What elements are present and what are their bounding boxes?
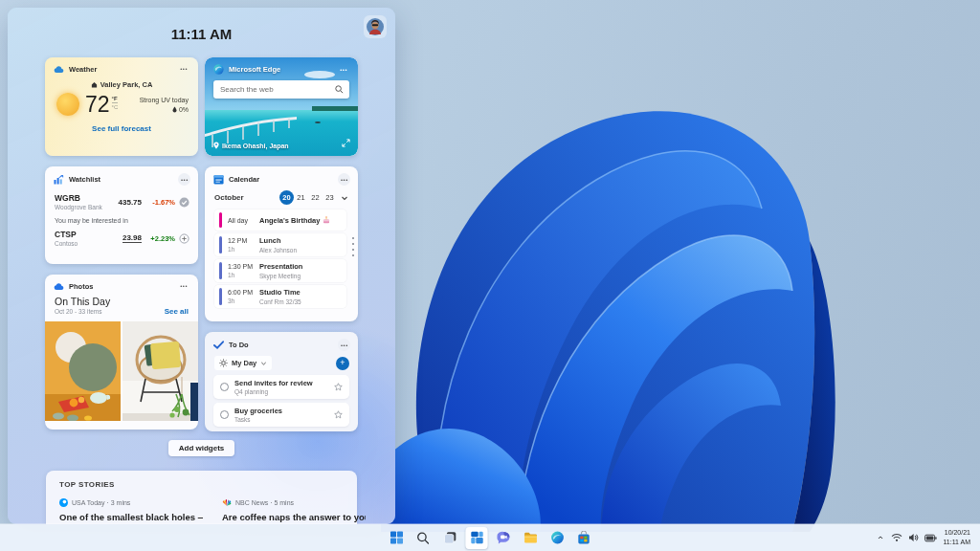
calendar-date[interactable]: 23: [323, 190, 337, 205]
edge-photo-caption: Ikema Ohashi, Japan: [213, 142, 289, 149]
unit-toggle[interactable]: °F °C: [112, 96, 119, 110]
nbc-news-icon: [222, 498, 232, 507]
edge-logo-icon: [213, 64, 224, 75]
star-task-button[interactable]: [334, 380, 343, 394]
added-check-icon[interactable]: [179, 197, 189, 208]
search-icon: [417, 532, 430, 544]
widget-menu-button[interactable]: •••: [338, 173, 350, 186]
photo-still-life[interactable]: [45, 321, 121, 421]
see-full-forecast-link[interactable]: See full forecast: [45, 124, 198, 133]
start-button[interactable]: [386, 527, 408, 549]
temperature-value: 72: [85, 94, 110, 116]
stock-price: 23.98: [122, 233, 142, 243]
story-source: NBC News · 5 mins: [235, 499, 294, 506]
event-color-bar: [219, 236, 222, 253]
panel-clock: 11:11 AM: [8, 8, 395, 42]
wifi-icon[interactable]: [891, 533, 902, 542]
edge-search-box[interactable]: [213, 80, 349, 99]
widget-menu-button[interactable]: •••: [178, 173, 190, 186]
tray-clock[interactable]: 10/20/21 11:11 AM: [943, 528, 974, 548]
task-checkbox[interactable]: [220, 383, 229, 391]
calendar-event[interactable]: 12 PM 1h Lunch Alex Johnson: [214, 233, 346, 256]
widget-menu-button[interactable]: •••: [338, 339, 350, 351]
weather-cloud-icon: [54, 65, 64, 74]
event-color-bar: [219, 288, 222, 305]
folder-icon: [523, 532, 537, 543]
edge-button[interactable]: [546, 527, 568, 549]
stock-row[interactable]: CTSP Contoso 23.98 +2.23%: [45, 226, 198, 249]
calendar-widget[interactable]: Calendar ••• October 20 21 22 23: [205, 166, 358, 321]
panel-header: 11:11 AM: [8, 8, 395, 54]
add-stock-icon[interactable]: [179, 233, 189, 244]
photos-widget[interactable]: Photos ••• On This Day Oct 20 - 33 items…: [45, 275, 198, 430]
story-source: USA Today · 3 mins: [72, 499, 130, 506]
calendar-date[interactable]: 22: [308, 190, 323, 205]
expand-photo-button[interactable]: [342, 136, 350, 150]
file-explorer-button[interactable]: [520, 527, 542, 549]
photos-icon: [54, 282, 64, 291]
system-tray: 10/20/21 11:11 AM: [876, 524, 974, 551]
widget-menu-button[interactable]: •••: [177, 64, 190, 74]
news-story[interactable]: NBC News · 5 mins Are coffee naps the an…: [222, 498, 366, 522]
stock-change: -1.67%: [145, 198, 175, 207]
tray-date: 10/20/21: [943, 528, 970, 539]
expand-icon: [342, 139, 350, 147]
task-list: Send invites for review Q4 planning Bu: [205, 372, 358, 427]
see-all-link[interactable]: See all: [165, 307, 189, 316]
photo-chair[interactable]: [122, 321, 198, 421]
add-widgets-button[interactable]: Add widgets: [168, 440, 235, 456]
top-stories-card: TOP STORIES USA Today · 3 mins One of th…: [46, 471, 357, 524]
edge-widget[interactable]: Microsoft Edge ••• Ikema Ohashi, Japa: [205, 57, 358, 156]
location-pin-icon: [213, 142, 219, 149]
store-icon: [578, 531, 590, 544]
calendar-event[interactable]: 6:00 PM 3h Studio Time Conf Rm 32/35: [214, 285, 346, 308]
droplet-icon: [172, 106, 177, 113]
tray-chevron-up-icon[interactable]: [876, 533, 885, 542]
widget-title: To Do: [229, 341, 333, 349]
task-checkbox[interactable]: [220, 410, 229, 419]
weather-location: Valley Park, CA: [45, 80, 198, 89]
task-row[interactable]: Send invites for review Q4 planning: [213, 375, 349, 399]
photo-strip: [45, 321, 198, 421]
widgets-icon: [470, 531, 483, 544]
widget-title: Microsoft Edge: [229, 65, 332, 74]
calendar-event[interactable]: All day Angela's Birthday: [214, 209, 346, 231]
stock-row[interactable]: WGRB Woodgrove Bank 435.75 -1.67%: [45, 189, 198, 212]
task-row[interactable]: Buy groceries Tasks: [213, 403, 349, 427]
edge-logo-icon: [550, 531, 564, 544]
watchlist-widget[interactable]: Watchlist ••• WGRB Woodgrove Bank 435.75…: [45, 166, 198, 264]
my-day-selector[interactable]: My Day: [214, 356, 272, 370]
star-icon: [334, 410, 343, 419]
todo-widget[interactable]: To Do ••• My Day +: [205, 332, 358, 431]
calendar-scrollbar[interactable]: [352, 237, 354, 256]
photos-meta: Oct 20 - 33 items: [55, 308, 165, 315]
widgets-column-left: Weather ••• Valley Park, CA 72 °F: [45, 57, 198, 431]
widget-title: Weather: [69, 65, 172, 74]
widgets-button[interactable]: [466, 527, 488, 549]
volume-icon[interactable]: [908, 533, 919, 542]
web-search-input[interactable]: [213, 85, 335, 94]
weather-widget[interactable]: Weather ••• Valley Park, CA 72 °F: [45, 57, 198, 156]
chat-button[interactable]: [493, 527, 515, 549]
calendar-date[interactable]: 21: [294, 190, 308, 205]
calendar-event[interactable]: 1:30 PM 1h Presentation Skype Meeting: [214, 259, 346, 282]
calendar-date-strip: October 20 21 22 23: [205, 189, 358, 208]
news-story[interactable]: USA Today · 3 mins One of the smallest b…: [59, 498, 203, 522]
home-icon: [91, 81, 98, 88]
star-task-button[interactable]: [334, 408, 343, 422]
event-color-bar: [219, 262, 222, 279]
task-view-button[interactable]: [439, 527, 461, 549]
calendar-date-selected[interactable]: 20: [279, 190, 294, 205]
watchlist-suggestion-label: You may be interested in: [45, 212, 198, 226]
search-button[interactable]: [412, 527, 434, 549]
profile-avatar[interactable]: [364, 15, 387, 38]
battery-icon[interactable]: [924, 534, 937, 542]
chevron-down-icon[interactable]: [340, 194, 349, 202]
windows-start-icon: [390, 531, 403, 544]
calendar-events: All day Angela's Birthday: [205, 208, 358, 308]
add-task-button[interactable]: +: [336, 357, 349, 370]
store-button[interactable]: [573, 527, 595, 549]
widget-menu-button[interactable]: •••: [177, 281, 190, 291]
widget-menu-button[interactable]: •••: [337, 65, 350, 75]
calendar-month: October: [214, 193, 279, 202]
